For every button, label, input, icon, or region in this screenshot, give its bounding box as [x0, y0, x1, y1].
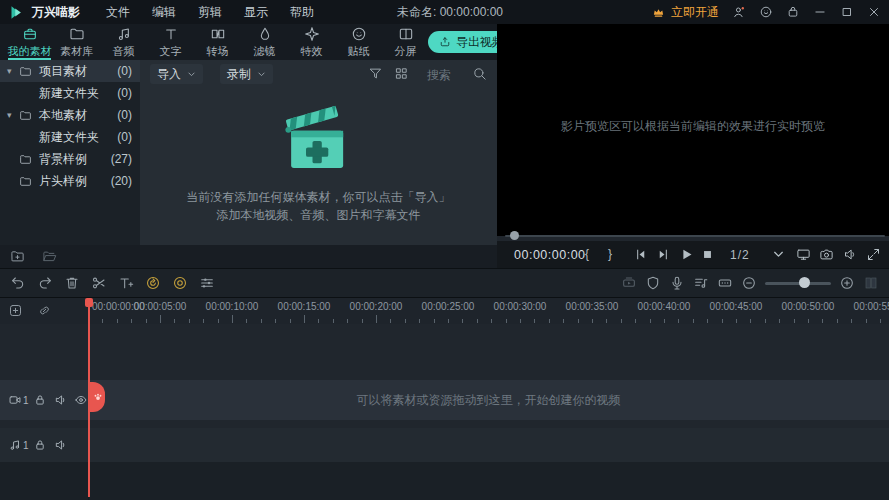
- minor-tick: [650, 319, 651, 323]
- preview-seek-handle[interactable]: [510, 231, 519, 240]
- undo-icon[interactable]: [10, 275, 26, 291]
- menu-clip[interactable]: 剪辑: [198, 4, 222, 21]
- add-text-icon[interactable]: [118, 275, 134, 291]
- snapshot-icon[interactable]: [819, 247, 834, 262]
- menu-view[interactable]: 显示: [244, 4, 268, 21]
- tab-split[interactable]: 分屏: [382, 24, 429, 60]
- ruler-scale[interactable]: 00:00:00:0000:00:05:0000:00:10:0000:00:1…: [88, 298, 889, 324]
- audio-mixer-icon[interactable]: [693, 275, 709, 291]
- minor-tick: [462, 319, 463, 323]
- minor-tick: [189, 319, 190, 323]
- tree-item-count: (0): [117, 64, 132, 78]
- menu-edit[interactable]: 编辑: [152, 4, 176, 21]
- motion-tracking-icon[interactable]: [145, 275, 161, 291]
- zoom-in-icon[interactable]: [839, 275, 855, 291]
- fullscreen-icon[interactable]: [866, 247, 881, 262]
- color-match-icon[interactable]: [172, 275, 188, 291]
- lock-track-icon[interactable]: [33, 393, 47, 407]
- zoom-out-icon[interactable]: [741, 275, 757, 291]
- shield-icon[interactable]: [645, 275, 661, 291]
- hide-track-icon[interactable]: [74, 393, 88, 407]
- account-icon[interactable]: [732, 5, 746, 19]
- tree-item-bg-samples[interactable]: 背景样例(27): [0, 148, 140, 170]
- tree-item-local-media[interactable]: ▾本地素材(0): [0, 104, 140, 126]
- search-input[interactable]: 搜索: [427, 67, 451, 84]
- tab-library[interactable]: 素材库: [53, 24, 100, 60]
- chevron-down-icon: [187, 70, 196, 79]
- minimize-button[interactable]: [813, 5, 827, 19]
- mute-track-icon[interactable]: [54, 393, 68, 407]
- render-preview-icon[interactable]: [717, 275, 733, 291]
- split-clip-icon[interactable]: [91, 275, 107, 291]
- volume-icon[interactable]: [843, 247, 858, 262]
- briefcase-icon: [22, 26, 38, 42]
- tree-item-label: 新建文件夹: [39, 85, 99, 102]
- minor-tick: [750, 319, 751, 323]
- minor-tick: [491, 319, 492, 323]
- view-mode-icon[interactable]: [394, 66, 409, 81]
- record-button[interactable]: 录制: [220, 64, 273, 84]
- timeline-toolbar-left: [10, 275, 215, 291]
- search-icon[interactable]: [472, 66, 487, 81]
- tree-item-intro-samples[interactable]: 片头样例(20): [0, 170, 140, 192]
- zoom-slider-thumb[interactable]: [799, 277, 810, 288]
- stop-button[interactable]: [700, 247, 715, 262]
- tab-label: 特效: [301, 44, 323, 59]
- preview-quality-dropdown[interactable]: 1/2: [730, 248, 750, 262]
- tree-item-label: 本地素材: [39, 107, 87, 124]
- timeline-zoom-slider[interactable]: [765, 275, 831, 291]
- minor-tick: [203, 319, 204, 323]
- major-tick: [304, 315, 305, 323]
- tab-transition[interactable]: 转场: [194, 24, 241, 60]
- delete-icon[interactable]: [64, 275, 80, 291]
- play-button[interactable]: [679, 247, 694, 262]
- mute-track-icon[interactable]: [54, 438, 68, 452]
- maximize-button[interactable]: [840, 5, 854, 19]
- import-button[interactable]: 导入: [150, 64, 203, 84]
- tab-filters[interactable]: 滤镜: [241, 24, 288, 60]
- preview-seek-bar[interactable]: [505, 235, 885, 237]
- minor-tick: [477, 319, 478, 323]
- caret-down-icon[interactable]: ▾: [7, 66, 17, 76]
- feedback-icon[interactable]: [759, 5, 773, 19]
- folder-icon: [19, 175, 32, 188]
- caret-down-icon[interactable]: ▾: [7, 110, 17, 120]
- tree-item-new-folder-2[interactable]: 新建文件夹(0): [0, 126, 140, 148]
- voiceover-icon[interactable]: [669, 275, 685, 291]
- new-folder-icon[interactable]: [10, 249, 25, 264]
- tab-stickers[interactable]: 贴纸: [335, 24, 382, 60]
- playhead-handle[interactable]: [85, 298, 93, 307]
- add-marker-icon[interactable]: [8, 303, 23, 318]
- menu-file[interactable]: 文件: [106, 4, 130, 21]
- tab-text[interactable]: 文字: [147, 24, 194, 60]
- tree-item-new-folder-1[interactable]: 新建文件夹(0): [0, 82, 140, 104]
- delete-folder-icon[interactable]: [42, 249, 57, 264]
- next-frame-button[interactable]: [656, 247, 671, 262]
- tree-item-label: 背景样例: [39, 151, 87, 168]
- audio-track[interactable]: [0, 428, 889, 462]
- major-tick: [160, 315, 161, 323]
- adjust-icon[interactable]: [199, 275, 215, 291]
- vip-upgrade-button[interactable]: 立即开通: [651, 4, 719, 21]
- tree-item-project-media[interactable]: ▾项目素材(0): [0, 60, 140, 82]
- major-tick: [376, 315, 377, 323]
- mark-out-button[interactable]: }: [608, 247, 612, 261]
- redo-icon[interactable]: [37, 275, 53, 291]
- timeline-ruler[interactable]: 00:00:00:0000:00:05:0000:00:10:0000:00:1…: [0, 298, 889, 324]
- empty-hint-line2: 添加本地视频、音频、图片和字幕文件: [140, 206, 497, 224]
- lock-icon[interactable]: [786, 5, 800, 19]
- close-button[interactable]: [867, 5, 881, 19]
- lock-track-icon[interactable]: [33, 438, 47, 452]
- tab-my-media[interactable]: 我的素材: [6, 24, 53, 60]
- timeline-drop-hint: 可以将素材或资源拖动到这里，开始创建你的视频: [88, 380, 889, 420]
- dual-monitor-icon[interactable]: [796, 247, 811, 262]
- zoom-fit-icon[interactable]: [863, 275, 879, 291]
- minor-tick: [318, 319, 319, 323]
- filter-icon[interactable]: [368, 66, 383, 81]
- tab-effects[interactable]: 特效: [288, 24, 335, 60]
- mark-in-button[interactable]: {: [585, 247, 589, 261]
- tab-audio[interactable]: 音频: [100, 24, 147, 60]
- auto-ripple-icon[interactable]: [37, 303, 52, 318]
- chevron-down-icon[interactable]: [772, 248, 785, 261]
- previous-frame-button[interactable]: [633, 247, 648, 262]
